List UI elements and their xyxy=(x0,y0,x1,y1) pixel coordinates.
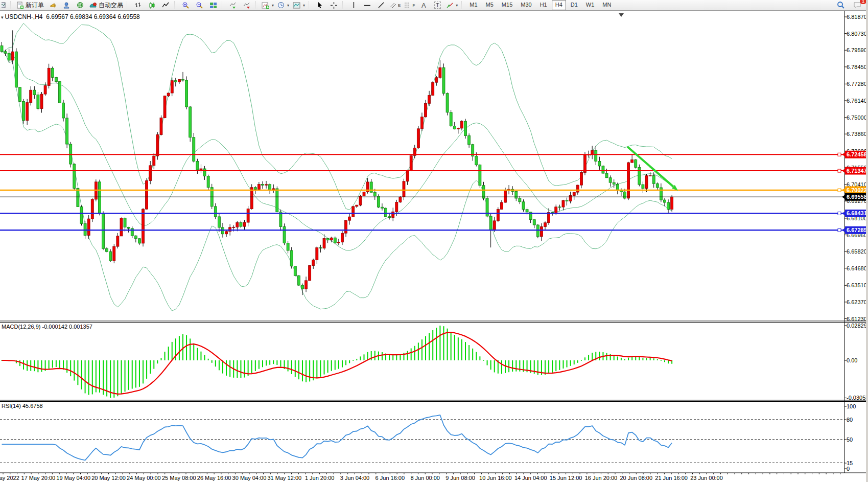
channel-tool[interactable]: E xyxy=(388,0,402,10)
candlestick-icon xyxy=(148,2,156,9)
tab-timeframe-d1[interactable]: D1 xyxy=(567,0,581,10)
notifications-button[interactable]: 1 xyxy=(851,0,864,10)
news-button[interactable] xyxy=(74,0,87,10)
arrows-tool[interactable]: ▾ xyxy=(444,0,459,10)
svg-text:6.81870: 6.81870 xyxy=(847,14,867,20)
svg-text:6.70022: 6.70022 xyxy=(847,187,867,193)
tab-timeframe-h1[interactable]: H1 xyxy=(536,0,551,10)
text-label-icon: T xyxy=(434,2,441,9)
right-tools: 1 xyxy=(834,0,867,10)
autotrade-label: 自动交易 xyxy=(99,1,123,10)
time-label: 21 Jun 16:00 xyxy=(655,475,688,481)
horizontal-level-lines[interactable] xyxy=(0,153,844,232)
horizontal-line-tool[interactable] xyxy=(361,0,374,10)
separator xyxy=(174,2,177,9)
svg-text:6.61230: 6.61230 xyxy=(847,316,867,322)
horizontal-line-icon xyxy=(364,2,371,9)
svg-text:6.65820: 6.65820 xyxy=(847,248,867,255)
line-handle[interactable] xyxy=(838,169,841,172)
separator xyxy=(342,2,345,9)
trend-arrow-annotation[interactable] xyxy=(627,147,678,191)
crosshair-button[interactable] xyxy=(327,0,340,10)
text-icon: A xyxy=(421,2,426,9)
crosshair-icon xyxy=(330,2,338,9)
zoom-in-button[interactable] xyxy=(179,0,192,10)
svg-text:50: 50 xyxy=(847,437,853,443)
ohlc-values: 6.69567 6.69834 6.69364 6.69558 xyxy=(46,13,140,20)
chart-shift-marker[interactable] xyxy=(619,13,624,17)
market-watch-button[interactable] xyxy=(46,0,59,10)
price-tag-6.70022: 6.70022 xyxy=(842,186,868,194)
autotrade-button[interactable]: 自动交易 xyxy=(87,0,125,10)
candlestick-button[interactable] xyxy=(145,0,158,10)
time-label: 19 May 04:00 xyxy=(56,475,90,481)
time-axis[interactable]: 16 May 202217 May 20:0019 May 04:0020 Ma… xyxy=(0,473,844,482)
fibonacci-icon xyxy=(404,2,411,9)
candles xyxy=(1,30,673,295)
svg-text:0: 0 xyxy=(847,466,850,472)
svg-text:6.62370: 6.62370 xyxy=(847,299,867,305)
text-label-tool[interactable]: T xyxy=(431,0,444,10)
search-button[interactable] xyxy=(834,0,848,10)
time-label: 3 Jun 04:00 xyxy=(340,475,370,481)
svg-text:6.69558: 6.69558 xyxy=(847,194,867,200)
svg-text:6.67285: 6.67285 xyxy=(847,227,867,233)
templates-button[interactable]: ▾ xyxy=(291,0,307,10)
tab-timeframe-w1[interactable]: W1 xyxy=(582,0,598,10)
clock-icon xyxy=(277,2,285,9)
tab-timeframe-m30[interactable]: M30 xyxy=(517,0,535,10)
chart-shift-icon xyxy=(243,2,251,9)
tab-timeframe-h4[interactable]: H4 xyxy=(552,0,566,10)
tile-windows-button[interactable] xyxy=(206,0,220,10)
tab-timeframe-mn[interactable]: MN xyxy=(599,0,615,10)
separator xyxy=(127,2,129,9)
time-label: 16 Jun 20:00 xyxy=(585,475,618,481)
tab-timeframe-m5[interactable]: M5 xyxy=(482,0,497,10)
fibonacci-tool[interactable]: F xyxy=(403,0,416,10)
time-label: 20 Jun 08:00 xyxy=(620,475,652,481)
search-icon xyxy=(837,1,845,9)
line-handle[interactable] xyxy=(838,228,841,232)
zoom-out-button[interactable] xyxy=(193,0,206,10)
line-handle[interactable] xyxy=(838,153,841,156)
partial-chart-icon[interactable] xyxy=(1,0,8,10)
trendline-tool[interactable] xyxy=(374,0,388,10)
bar-chart-icon xyxy=(134,2,142,9)
line-handle[interactable] xyxy=(838,212,841,215)
svg-text:6.64680: 6.64680 xyxy=(847,265,867,271)
text-tool[interactable]: A xyxy=(417,0,430,10)
time-label: 31 May 12:00 xyxy=(267,475,301,481)
window-right-edge xyxy=(866,0,868,482)
time-label: 15 Jun 12:00 xyxy=(550,475,582,481)
mt4-window: 新订单 自动交易 xyxy=(0,0,868,482)
separator xyxy=(309,2,311,9)
separator xyxy=(255,2,258,9)
chart-canvas[interactable]: 6.818706.807306.795906.784506.772806.761… xyxy=(0,0,868,482)
bar-chart-button[interactable] xyxy=(131,0,145,10)
auto-scroll-button[interactable] xyxy=(226,0,240,10)
macd-histogram xyxy=(2,326,673,398)
profile-icon xyxy=(63,2,71,9)
toolbar: 新订单 自动交易 xyxy=(0,0,868,11)
chart-area[interactable]: 6.818706.807306.795906.784506.772806.761… xyxy=(0,11,868,482)
rsi-pane xyxy=(0,415,844,463)
tab-timeframe-m1[interactable]: M1 xyxy=(466,0,481,10)
line-handle[interactable] xyxy=(838,189,841,192)
profile-button[interactable] xyxy=(60,0,73,10)
svg-text:6.72458: 6.72458 xyxy=(847,151,867,157)
periods-button[interactable]: ▾ xyxy=(276,0,291,10)
rsi-line xyxy=(2,415,672,460)
indicators-button[interactable]: ▾ xyxy=(260,0,275,10)
cursor-icon xyxy=(317,2,323,9)
chevron-down-icon: ▾ xyxy=(272,3,274,8)
tab-timeframe-m15[interactable]: M15 xyxy=(498,0,516,10)
new-order-button[interactable]: 新订单 xyxy=(15,0,45,10)
line-chart-button[interactable] xyxy=(159,0,172,10)
vertical-line-tool[interactable] xyxy=(347,0,360,10)
channel-icon xyxy=(390,2,396,9)
rsi-indicator-label: RSI(14) 45.6758 xyxy=(2,403,43,409)
timeframe-bar: M1M5M15M30H1H4D1W1MN xyxy=(466,0,615,10)
svg-text:6.68431: 6.68431 xyxy=(847,210,867,216)
chart-shift-button[interactable] xyxy=(240,0,253,10)
cursor-button[interactable] xyxy=(313,0,326,10)
